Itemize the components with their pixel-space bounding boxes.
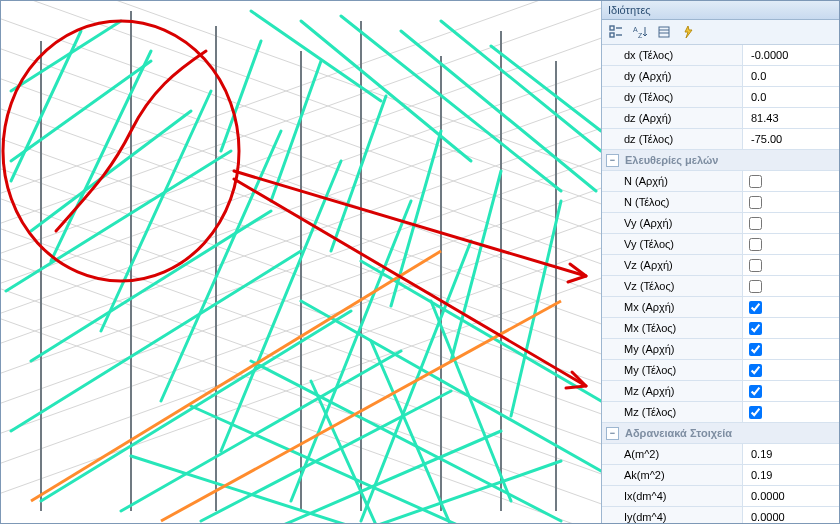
svg-text:Z: Z — [638, 32, 643, 39]
property-checkbox[interactable] — [749, 217, 762, 230]
property-row: Mx (Αρχή) — [602, 297, 840, 318]
property-checkbox[interactable] — [749, 364, 762, 377]
property-value-input[interactable] — [749, 107, 835, 129]
panel-toolbar: AZ — [602, 20, 840, 45]
alphabetical-button[interactable]: AZ — [630, 22, 650, 42]
property-value-input[interactable] — [749, 128, 835, 150]
properties-panel: Ιδιότητες AZ dx (Τέλος)dy (Αρχή)dy (Τέλο… — [601, 1, 840, 524]
property-row: Mz (Αρχή) — [602, 381, 840, 402]
svg-line-51 — [301, 21, 471, 161]
svg-rect-73 — [610, 26, 614, 30]
property-value-input[interactable] — [749, 45, 835, 66]
property-row: Mz (Τέλος) — [602, 402, 840, 423]
property-row: dy (Τέλος) — [602, 87, 840, 108]
svg-line-66 — [131, 456, 381, 524]
property-checkbox[interactable] — [749, 238, 762, 251]
property-row: Vy (Αρχή) — [602, 213, 840, 234]
property-checkbox[interactable] — [749, 196, 762, 209]
propertypages-button[interactable] — [654, 22, 674, 42]
property-checkbox[interactable] — [749, 385, 762, 398]
property-checkbox[interactable] — [749, 406, 762, 419]
property-row: Ak(m^2) — [602, 465, 840, 486]
svg-line-48 — [291, 201, 411, 501]
property-key: dz (Αρχή) — [602, 108, 743, 128]
property-key: Iy(dm^4) — [602, 507, 743, 524]
property-row: Iy(dm^4) — [602, 507, 840, 524]
property-key: My (Τέλος) — [602, 360, 743, 380]
property-key: Ix(dm^4) — [602, 486, 743, 506]
svg-line-61 — [511, 201, 561, 416]
svg-rect-74 — [610, 33, 614, 37]
category-row[interactable]: −Αδρανειακά Στοιχεία — [602, 423, 840, 444]
events-button[interactable] — [678, 22, 698, 42]
property-key: dx (Τέλος) — [602, 45, 743, 65]
property-row: Vz (Τέλος) — [602, 276, 840, 297]
svg-line-67 — [431, 301, 511, 501]
property-value-input[interactable] — [749, 485, 835, 507]
svg-line-62 — [361, 261, 601, 401]
category-label: Ελευθερίες μελών — [625, 154, 718, 166]
svg-line-43 — [11, 31, 81, 181]
property-row: dx (Τέλος) — [602, 45, 840, 66]
property-key: Mx (Αρχή) — [602, 297, 743, 317]
property-key: dz (Τέλος) — [602, 129, 743, 149]
property-value-input[interactable] — [749, 506, 835, 524]
property-key: N (Τέλος) — [602, 192, 743, 212]
svg-line-54 — [441, 21, 601, 151]
property-row: My (Τέλος) — [602, 360, 840, 381]
category-label: Αδρανειακά Στοιχεία — [625, 427, 732, 439]
property-row: Mx (Τέλος) — [602, 318, 840, 339]
property-key: Mx (Τέλος) — [602, 318, 743, 338]
property-row: A(m^2) — [602, 444, 840, 465]
svg-line-60 — [451, 171, 501, 361]
model-viewport[interactable] — [1, 1, 601, 524]
panel-title: Ιδιότητες — [602, 1, 840, 20]
property-key: Vz (Αρχή) — [602, 255, 743, 275]
property-checkbox[interactable] — [749, 343, 762, 356]
property-row: dy (Αρχή) — [602, 66, 840, 87]
property-key: Vy (Τέλος) — [602, 234, 743, 254]
collapse-toggle[interactable]: − — [606, 154, 619, 167]
property-key: My (Αρχή) — [602, 339, 743, 359]
property-value-input[interactable] — [749, 464, 835, 486]
property-value-input[interactable] — [749, 443, 835, 465]
property-row: Vy (Τέλος) — [602, 234, 840, 255]
property-key: dy (Τέλος) — [602, 87, 743, 107]
svg-rect-79 — [659, 27, 669, 37]
property-row: N (Τέλος) — [602, 192, 840, 213]
property-key: Mz (Τέλος) — [602, 402, 743, 422]
property-grid[interactable]: dx (Τέλος)dy (Αρχή)dy (Τέλος)dz (Αρχή)dz… — [602, 45, 840, 524]
property-key: Vy (Αρχή) — [602, 213, 743, 233]
property-key: N (Αρχή) — [602, 171, 743, 191]
svg-line-44 — [51, 51, 151, 261]
property-key: Ak(m^2) — [602, 465, 743, 485]
property-key: Vz (Τέλος) — [602, 276, 743, 296]
property-key: Mz (Αρχή) — [602, 381, 743, 401]
property-row: N (Αρχή) — [602, 171, 840, 192]
property-row: Vz (Αρχή) — [602, 255, 840, 276]
svg-line-35 — [6, 151, 231, 291]
property-key: dy (Αρχή) — [602, 66, 743, 86]
property-checkbox[interactable] — [749, 175, 762, 188]
property-checkbox[interactable] — [749, 301, 762, 314]
property-checkbox[interactable] — [749, 322, 762, 335]
property-checkbox[interactable] — [749, 259, 762, 272]
svg-line-58 — [331, 96, 386, 251]
categorized-button[interactable] — [606, 22, 626, 42]
property-row: My (Αρχή) — [602, 339, 840, 360]
property-key: A(m^2) — [602, 444, 743, 464]
collapse-toggle[interactable]: − — [606, 427, 619, 440]
property-row: Ix(dm^4) — [602, 486, 840, 507]
property-value-input[interactable] — [749, 86, 835, 108]
property-row: dz (Τέλος) — [602, 129, 840, 150]
property-checkbox[interactable] — [749, 280, 762, 293]
svg-line-69 — [311, 381, 381, 524]
svg-line-52 — [341, 16, 561, 191]
property-row: dz (Αρχή) — [602, 108, 840, 129]
property-value-input[interactable] — [749, 65, 835, 87]
category-row[interactable]: −Ελευθερίες μελών — [602, 150, 840, 171]
